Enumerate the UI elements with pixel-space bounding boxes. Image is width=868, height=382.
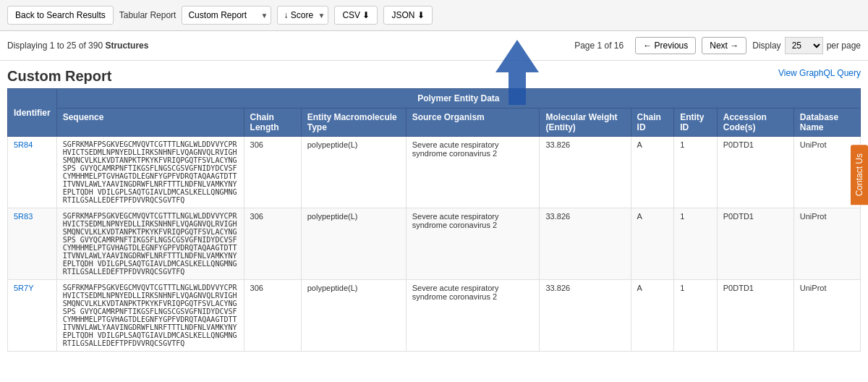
col-header-molecular-weight: Molecular Weight (Entity) xyxy=(540,109,631,137)
display-info: Displaying 1 to 25 of 390 Structures xyxy=(7,41,569,51)
sequence-cell: SGFRKMAFPSGKVEGCMVQVTCGTTTLNGLWLDDVVYCPR… xyxy=(56,280,244,352)
chain-length-cell: 306 xyxy=(244,280,301,352)
molecular-weight-cell: 33.826 xyxy=(540,137,631,208)
accession-codes-cell: P0DTD1 xyxy=(717,137,793,208)
entry-id-link[interactable]: 5R83 xyxy=(14,212,33,221)
col-header-identifier: Identifier xyxy=(8,89,57,137)
entity-macromolecule-type-cell: polypeptide(L) xyxy=(301,208,406,280)
entity-macromolecule-type-cell: polypeptide(L) xyxy=(301,137,406,208)
table-row: 5R84 SGFRKMAFPSGKVEGCMVQVTCGTTTLNGLWLDDV… xyxy=(8,137,861,208)
toolbar: Back to Search Results Tabular Report Cu… xyxy=(0,0,868,31)
tabular-report-label: Tabular Report xyxy=(119,10,176,20)
source-organism-cell: Severe acute respiratory syndrome corona… xyxy=(406,208,540,280)
col-header-chain-length: Chain Length xyxy=(244,109,301,137)
accession-codes-cell: P0DTD1 xyxy=(717,280,793,352)
col-header-source-organism: Source Organism xyxy=(406,109,540,137)
col-header-entity-macromolecule-type: Entity Macromolecule Type xyxy=(301,109,406,137)
entity-id-cell: 1 xyxy=(674,137,718,208)
database-name-cell: UniProt xyxy=(793,208,860,280)
next-button[interactable]: Next → xyxy=(702,37,746,54)
chain-id-cell: A xyxy=(631,208,674,280)
score-select[interactable]: ↓ Score ↑ Score xyxy=(277,6,328,25)
col-header-chain-id: Chain ID xyxy=(631,109,674,137)
display-per-page-wrap: Display 10 25 50 100 per page xyxy=(752,37,861,54)
graphql-link[interactable]: View GraphQL Query xyxy=(778,68,861,78)
displaying-count: Displaying 1 to 25 of 390 xyxy=(7,41,103,51)
entry-id-cell: 5R83 xyxy=(8,208,57,280)
sequence-cell: SGFRKMAFPSGKVEGCMVQVTCGTTTLNGLWLDDVVYCPR… xyxy=(56,137,244,208)
results-table: Identifier Polymer Entity Data Sequence … xyxy=(7,88,861,352)
report-title: Custom Report xyxy=(7,68,111,85)
score-select-wrap: ↓ Score ↑ Score ▼ xyxy=(277,6,328,25)
col-header-accession-codes: Accession Code(s) xyxy=(717,109,793,137)
pagination-bar: Displaying 1 to 25 of 390 Structures Pag… xyxy=(0,31,868,61)
entry-id-link[interactable]: 5R7Y xyxy=(14,284,34,292)
entity-id-cell: 1 xyxy=(674,280,718,352)
chain-length-cell: 306 xyxy=(244,208,301,280)
report-select-wrap: Custom Report Summary Report Sequence Re… xyxy=(182,6,271,25)
per-page-select[interactable]: 10 25 50 100 xyxy=(785,37,823,54)
display-label: Display xyxy=(752,41,780,51)
csv-download-button[interactable]: CSV ⬇ xyxy=(334,6,378,25)
col-header-entity-id: Entity ID xyxy=(674,109,718,137)
json-download-button[interactable]: JSON ⬇ xyxy=(383,6,432,25)
col-header-polymer-entity: Polymer Entity Data xyxy=(56,89,860,109)
molecular-weight-cell: 33.826 xyxy=(540,208,631,280)
table-row: 5R7Y SGFRKMAFPSGKVEGCMVQVTCGTTTLNGLWLDDV… xyxy=(8,280,861,352)
sequence-cell: SGFRKMAFPSGKVEGCMVQVTCGTTTLNGLWLDDVVYCPR… xyxy=(56,208,244,280)
chain-id-cell: A xyxy=(631,137,674,208)
source-organism-cell: Severe acute respiratory syndrome corona… xyxy=(406,280,540,352)
chain-id-cell: A xyxy=(631,280,674,352)
entry-id-link[interactable]: 5R84 xyxy=(14,140,33,149)
chain-length-cell: 306 xyxy=(244,137,301,208)
entry-id-cell: 5R7Y xyxy=(8,280,57,352)
structures-label: Structures xyxy=(105,41,148,51)
per-page-label: per page xyxy=(827,41,861,51)
contact-us-button[interactable]: Contact Us xyxy=(851,145,868,205)
report-select[interactable]: Custom Report Summary Report Sequence Re… xyxy=(182,6,271,25)
database-name-cell: UniProt xyxy=(793,280,860,352)
back-to-search-button[interactable]: Back to Search Results xyxy=(7,6,114,25)
accession-codes-cell: P0DTD1 xyxy=(717,208,793,280)
entity-id-cell: 1 xyxy=(674,208,718,280)
col-header-sequence: Sequence xyxy=(56,109,244,137)
previous-button[interactable]: ← Previous xyxy=(635,37,696,54)
source-organism-cell: Severe acute respiratory syndrome corona… xyxy=(406,137,540,208)
entry-id-cell: 5R84 xyxy=(8,137,57,208)
page-info: Page 1 of 16 xyxy=(574,41,624,51)
report-header: Custom Report View GraphQL Query xyxy=(0,61,868,88)
table-wrap: Identifier Polymer Entity Data Sequence … xyxy=(0,88,868,352)
molecular-weight-cell: 33.826 xyxy=(540,280,631,352)
entity-macromolecule-type-cell: polypeptide(L) xyxy=(301,280,406,352)
col-header-database-name: Database Name xyxy=(793,109,860,137)
table-row: 5R83 SGFRKMAFPSGKVEGCMVQVTCGTTTLNGLWLDDV… xyxy=(8,208,861,280)
